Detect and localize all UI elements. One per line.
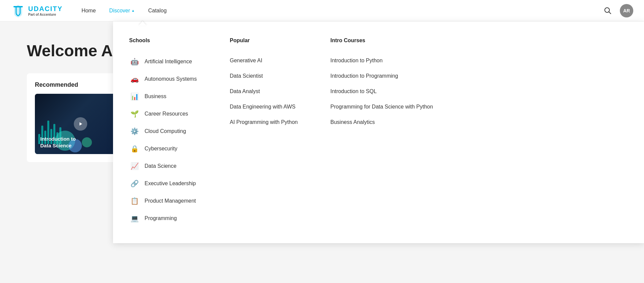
catalog-link[interactable]: Catalog [143,5,172,16]
navbar: UDACITY Part of Accenture Home Discover … [0,0,644,21]
logo-text: UDACITY Part of Accenture [28,5,63,16]
cyber-school-icon: 🔒 [129,143,140,154]
datascience-school-label: Data Science [145,163,176,169]
recommended-label: Recommended [35,81,126,88]
intro-item-data-science-python[interactable]: Programming for Data Science with Python [330,99,433,115]
school-item-cloud-computing[interactable]: ⚙️ Cloud Computing [129,123,203,140]
intro-item-business-analytics[interactable]: Business Analytics [330,115,433,130]
business-school-icon: 📊 [129,91,140,102]
popular-column: Popular Generative AI Data Scientist Dat… [230,38,304,182]
schools-column: Schools 🤖 Artificial Intelligence 🚗 Auto… [129,38,203,182]
cyber-school-label: Cybersecurity [145,146,177,152]
svg-rect-0 [13,6,23,7]
popular-item-generative-ai[interactable]: Generative AI [230,53,304,68]
intro-item-python[interactable]: Introduction to Python [330,53,433,68]
svg-marker-3 [79,122,82,126]
course-card[interactable]: Introduction toData Science [35,94,126,154]
ai-school-icon: 🤖 [129,56,140,67]
play-button[interactable] [74,117,87,131]
school-item-career-resources[interactable]: 🌱 Career Resources [129,105,203,123]
school-item-artificial-intelligence[interactable]: 🤖 Artificial Intelligence [129,53,203,70]
udacity-logo-icon [11,3,25,18]
exec-school-label: Executive Leadership [145,181,196,182]
schools-heading: Schools [129,38,203,44]
discover-link[interactable]: Discover ▲ [104,5,140,16]
intro-courses-heading: Intro Courses [330,38,433,44]
popular-item-data-analyst[interactable]: Data Analyst [230,84,304,99]
school-item-cybersecurity[interactable]: 🔒 Cybersecurity [129,140,203,157]
autonomous-school-icon: 🚗 [129,74,140,84]
school-item-business[interactable]: 📊 Business [129,88,203,105]
popular-item-data-engineering-aws[interactable]: Data Engineering with AWS [230,99,304,115]
discover-dropdown: Schools 🤖 Artificial Intelligence 🚗 Auto… [113,21,644,182]
business-school-label: Business [145,93,166,99]
svg-line-2 [609,12,611,14]
search-button[interactable] [601,4,614,17]
search-icon [604,7,611,14]
dropdown-triangle [139,21,147,26]
course-card-title: Introduction toData Science [40,136,76,149]
popular-item-ai-programming-python[interactable]: AI Programming with Python [230,115,304,130]
cloud-school-icon: ⚙️ [129,126,140,137]
sphere-3 [82,137,92,147]
autonomous-school-label: Autonomous Systems [145,76,197,82]
popular-heading: Popular [230,38,304,44]
intro-item-sql[interactable]: Introduction to SQL [330,84,433,99]
user-avatar[interactable]: AR [620,4,633,17]
ai-school-label: Artificial Intelligence [145,59,192,65]
popular-item-data-scientist[interactable]: Data Scientist [230,68,304,84]
datascience-school-icon: 📈 [129,161,140,171]
school-item-autonomous-systems[interactable]: 🚗 Autonomous Systems [129,70,203,88]
school-item-executive-leadership[interactable]: 🔗 Executive Leadership [129,175,203,182]
nav-links: Home Discover ▲ Catalog [76,5,172,16]
discover-arrow-icon: ▲ [131,9,135,12]
cloud-school-label: Cloud Computing [145,128,186,134]
nav-right: AR [601,4,633,17]
logo[interactable]: UDACITY Part of Accenture [11,3,63,18]
intro-courses-column: Intro Courses Introduction to Python Int… [330,38,433,182]
intro-item-programming[interactable]: Introduction to Programming [330,68,433,84]
play-icon [78,121,83,127]
school-item-data-science[interactable]: 📈 Data Science [129,157,203,175]
career-school-label: Career Resources [145,111,188,117]
home-link[interactable]: Home [76,5,101,16]
career-school-icon: 🌱 [129,109,140,119]
exec-school-icon: 🔗 [129,178,140,182]
